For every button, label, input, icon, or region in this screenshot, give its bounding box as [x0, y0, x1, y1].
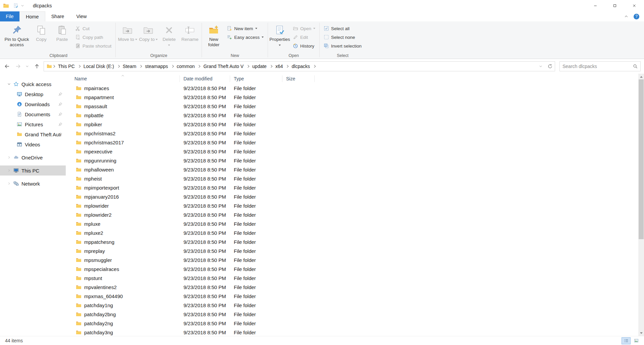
breadcrumb-segment[interactable]: common [174, 62, 198, 71]
move-to-button[interactable]: Move to [117, 22, 138, 51]
breadcrumb-segment[interactable]: Grand Theft Auto V [201, 62, 246, 71]
chevron-right-icon[interactable] [7, 156, 11, 159]
refresh-icon[interactable] [545, 64, 555, 69]
select-all-button[interactable]: Select all [321, 24, 364, 32]
file-row[interactable]: mplowrider29/23/2018 8:50 PMFile folder [66, 210, 638, 219]
file-row[interactable]: mpimportexport9/23/2018 8:50 PMFile fold… [66, 183, 638, 192]
sidebar-item-downloads[interactable]: Downloads [0, 99, 66, 109]
sidebar-item-quick-access[interactable]: Quick access [0, 79, 66, 89]
forward-button[interactable] [14, 61, 22, 71]
file-row[interactable]: patchday2ng9/23/2018 8:50 PMFile folder [66, 319, 638, 328]
breadcrumb-separator-icon[interactable] [78, 65, 80, 68]
collapse-ribbon-icon[interactable] [624, 14, 628, 18]
cut-button[interactable]: Cut [72, 24, 114, 32]
column-header-type[interactable]: Type [230, 75, 282, 82]
scroll-down-icon[interactable] [638, 330, 644, 336]
breadcrumb-separator-icon[interactable] [286, 65, 288, 68]
breadcrumb-segment[interactable]: update [250, 62, 269, 71]
breadcrumb-separator-icon[interactable] [247, 65, 249, 68]
copy-path-button[interactable]: Copy path [72, 33, 114, 41]
sidebar-item-documents[interactable]: Documents [0, 109, 66, 119]
file-row[interactable]: patchday1ng9/23/2018 8:50 PMFile folder [66, 301, 638, 310]
breadcrumb-segment[interactable]: dlcpacks [289, 62, 312, 71]
file-row[interactable]: mpapartment9/23/2018 8:50 PMFile folder [66, 93, 638, 102]
file-row[interactable]: mpstunt9/23/2018 8:50 PMFile folder [66, 274, 638, 283]
new-item-button[interactable]: New item [224, 24, 266, 32]
delete-button[interactable]: Delete [159, 22, 179, 51]
breadcrumb-segment[interactable]: Local Disk (E:) [81, 62, 117, 71]
file-row[interactable]: mpassault9/23/2018 8:50 PMFile folder [66, 102, 638, 111]
address-dropdown-icon[interactable] [536, 65, 545, 68]
file-row[interactable]: mpheist9/23/2018 8:50 PMFile folder [66, 174, 638, 183]
file-row[interactable]: patchday3ng9/23/2018 8:50 PMFile folder [66, 328, 638, 336]
address-bar[interactable]: This PCLocal Disk (E:)Steamsteamappscomm… [44, 61, 555, 71]
breadcrumb-segment[interactable]: This PC [55, 62, 77, 71]
file-row[interactable]: mpxmas_6044909/23/2018 8:50 PMFile folde… [66, 292, 638, 301]
file-row[interactable]: mpgunrunning9/23/2018 8:50 PMFile folder [66, 156, 638, 165]
file-row[interactable]: mpchristmas20179/23/2018 8:50 PMFile fol… [66, 138, 638, 147]
vertical-scrollbar[interactable] [638, 74, 644, 336]
file-row[interactable]: mpluxe29/23/2018 8:50 PMFile folder [66, 228, 638, 237]
column-header-size[interactable]: Size [282, 75, 315, 82]
chevron-down-icon[interactable] [7, 82, 11, 86]
file-row[interactable]: mpluxe9/23/2018 8:50 PMFile folder [66, 219, 638, 228]
breadcrumb-segment[interactable]: steamapps [142, 62, 170, 71]
large-icons-view-button[interactable] [632, 337, 641, 344]
sidebar-item-grand-theft-auto[interactable]: Grand Theft Auto [0, 129, 66, 139]
sidebar-item-this-pc[interactable]: This PC [0, 165, 66, 176]
sidebar-item-onedrive[interactable]: OneDrive [0, 152, 66, 162]
breadcrumb-separator-icon[interactable] [313, 65, 316, 68]
tab-home[interactable]: Home [19, 11, 45, 21]
breadcrumb-separator-icon[interactable] [198, 65, 200, 68]
select-none-button[interactable]: Select none [321, 33, 364, 41]
file-row[interactable]: mppatchesng9/23/2018 8:50 PMFile folder [66, 237, 638, 247]
paste-button[interactable]: Paste [52, 22, 72, 51]
new-folder-button[interactable]: New folder [203, 22, 224, 51]
breadcrumb-separator-icon[interactable] [270, 65, 272, 68]
file-row[interactable]: mpsmuggler9/23/2018 8:50 PMFile folder [66, 256, 638, 265]
tab-view[interactable]: View [70, 11, 93, 21]
edit-button[interactable]: Edit [290, 33, 318, 41]
copy-button[interactable]: Copy [31, 22, 52, 51]
maximize-button[interactable] [605, 0, 625, 11]
back-button[interactable] [2, 61, 12, 71]
up-button[interactable] [32, 61, 42, 71]
recent-locations-button[interactable] [24, 61, 30, 71]
breadcrumb-separator-icon[interactable] [117, 65, 120, 68]
qat-dropdown-icon[interactable] [21, 4, 24, 7]
file-row[interactable]: mpbiker9/23/2018 8:50 PMFile folder [66, 120, 638, 129]
file-row[interactable]: mpvalentines29/23/2018 8:50 PMFile folde… [66, 283, 638, 292]
tab-share[interactable]: Share [45, 11, 70, 21]
column-header-date-modified[interactable]: Date modified [180, 75, 230, 82]
easy-access-button[interactable]: Easy access [224, 33, 266, 41]
search-icon[interactable] [630, 64, 640, 69]
details-view-button[interactable] [622, 337, 631, 344]
sidebar-item-pictures[interactable]: Pictures [0, 119, 66, 129]
chevron-right-icon[interactable] [7, 169, 11, 172]
close-button[interactable] [625, 0, 644, 11]
scroll-up-icon[interactable] [638, 74, 644, 79]
breadcrumb-separator-icon[interactable] [139, 65, 142, 68]
open-button[interactable]: Open [290, 24, 318, 32]
breadcrumb-segment[interactable]: x64 [273, 62, 286, 71]
sidebar-item-desktop[interactable]: Desktop [0, 89, 66, 99]
search-input[interactable] [560, 64, 630, 69]
sidebar-item-videos[interactable]: Videos [0, 139, 66, 149]
tab-file[interactable]: File [0, 11, 19, 21]
rename-button[interactable]: Rename [179, 22, 200, 51]
paste-shortcut-button[interactable]: Paste shortcut [72, 42, 114, 50]
file-row[interactable]: mpexecutive9/23/2018 8:50 PMFile folder [66, 147, 638, 156]
breadcrumb-segment[interactable]: Steam [120, 62, 139, 71]
invert-selection-button[interactable]: Invert selection [321, 42, 364, 50]
file-row[interactable]: mpjanuary20169/23/2018 8:50 PMFile folde… [66, 192, 638, 201]
file-row[interactable]: patchday2bng9/23/2018 8:50 PMFile folder [66, 310, 638, 319]
file-row[interactable]: mpspecialraces9/23/2018 8:50 PMFile fold… [66, 265, 638, 274]
file-row[interactable]: mplowrider9/23/2018 8:50 PMFile folder [66, 201, 638, 210]
file-row[interactable]: mpairraces9/23/2018 8:50 PMFile folder [66, 84, 638, 93]
help-icon[interactable]: ? [634, 14, 639, 19]
file-row[interactable]: mphalloween9/23/2018 8:50 PMFile folder [66, 165, 638, 174]
breadcrumb-separator-icon[interactable] [171, 65, 174, 68]
scrollbar-thumb[interactable] [639, 79, 644, 239]
pin-to-quick-access-button[interactable]: Pin to Quick access [3, 22, 31, 51]
copy-to-button[interactable]: Copy to [138, 22, 159, 51]
